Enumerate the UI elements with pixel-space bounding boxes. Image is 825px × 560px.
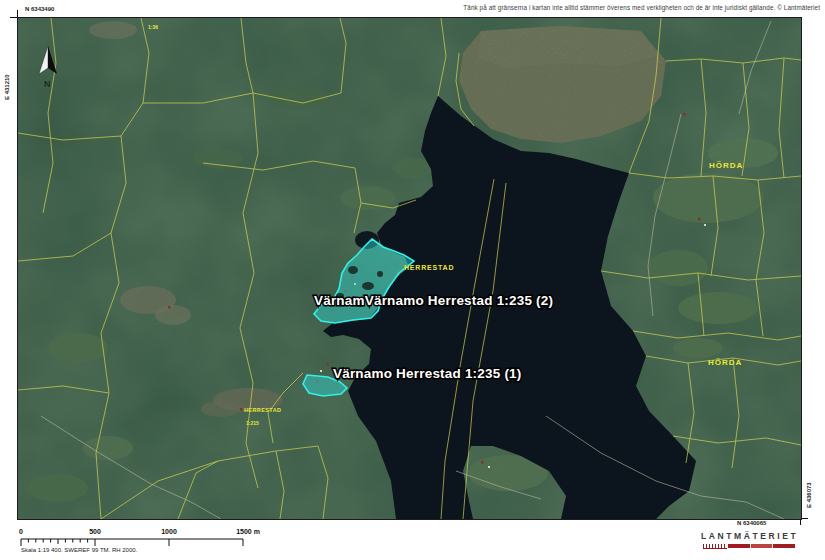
place-label-herrestad: HERRESTAD <box>404 264 454 271</box>
corner-tick <box>801 518 808 519</box>
coordinate-label-east-left: E 431210 <box>4 74 10 100</box>
highlight-label-parcel-1: Värnamo Herrestad 1:235 (1) <box>333 366 521 381</box>
coordinate-label-east-right: E 436073 <box>806 482 812 508</box>
place-label-herrestad-small: HERRESTAD <box>244 407 281 413</box>
map-disclaimer: Tänk på att gränserna i kartan inte allt… <box>463 4 820 11</box>
scalebar-tick-1000: 1000 <box>161 528 177 535</box>
scalebar-tick-1500: 1500 m <box>236 528 260 535</box>
scalebar-caption: Skala 1:19 400. SWEREF 99 TM. RH 2000. <box>21 547 137 553</box>
highlight-label-parcel-2: VärnamVärnamo Herrestad 1:235 (2) <box>314 293 553 308</box>
lantmateriet-logo-text: LANTMÄTERIET <box>701 531 801 541</box>
map-canvas[interactable]: HERRESTAD HÖRDA HÖRDA HERRESTAD 1:215 1:… <box>17 17 802 520</box>
lantmateriet-logo-bar-icon <box>703 544 795 548</box>
scalebar-tick-500: 500 <box>89 528 101 535</box>
place-label-horda-south: HÖRDA <box>708 358 742 367</box>
parcel-number-1-215: 1:215 <box>246 420 259 426</box>
corner-tick <box>10 17 17 18</box>
north-arrow-letter: N <box>44 79 51 89</box>
corner-tick <box>17 10 18 17</box>
parcel-number-1-36: 1:36 <box>148 24 158 30</box>
place-label-horda-north: HÖRDA <box>709 161 743 170</box>
scalebar-tick-0: 0 <box>19 528 23 535</box>
aerial-map-image: HERRESTAD HÖRDA HÖRDA HERRESTAD 1:215 1:… <box>18 18 801 519</box>
coordinate-label-north-topleft: N 6343490 <box>25 6 54 12</box>
map-export-page: { "header": { "disclaimer": "Tänk på att… <box>0 0 825 560</box>
